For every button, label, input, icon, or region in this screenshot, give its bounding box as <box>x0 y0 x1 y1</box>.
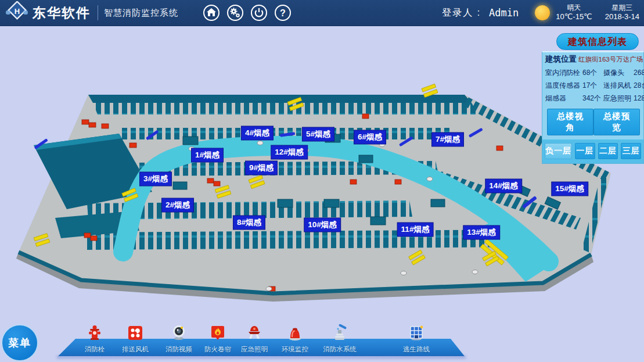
sensor-label-8[interactable]: 8#烟感 <box>233 216 265 230</box>
water-pipe-icon <box>331 324 348 342</box>
building-stats: 室内消防栓 68个 摄像头 268个 温度传感器 17个 送排风机 28台 烟感… <box>545 68 641 103</box>
toolbar-item-label: 消防视频 <box>166 345 192 354</box>
stat-label: 烟感器 <box>545 94 566 103</box>
settings-button[interactable] <box>226 4 244 21</box>
power-button[interactable] <box>250 4 268 21</box>
stat-label: 室内消防栓 <box>545 68 580 78</box>
toolbar-item-fire-camera[interactable]: 消防视频 <box>161 324 197 354</box>
stat-value: 68个 <box>582 68 597 78</box>
toolbar-item-escape-route[interactable]: 逃生路线 <box>398 324 434 354</box>
date-block: 星期三 2018-3-14 <box>605 3 639 21</box>
weather-temp: 10℃-15℃ <box>556 12 592 21</box>
weekday: 星期三 <box>611 3 632 12</box>
location-label: 建筑位置 <box>545 54 577 64</box>
stat-label: 摄像头 <box>603 68 624 78</box>
floor-button-f2[interactable]: 二层 <box>598 143 618 159</box>
help-button[interactable]: ? <box>274 4 292 21</box>
sensor-label-15[interactable]: 15#烟感 <box>552 182 588 196</box>
toolbar-item-label: 逃生路线 <box>403 345 430 354</box>
floor-button-f1[interactable]: 一层 <box>575 143 595 159</box>
brand-block: H 东华软件 智慧消防监控系统 <box>5 1 178 24</box>
toolbar-item-label: 排送风机 <box>122 345 149 354</box>
toolbar-item-label: 应急照明 <box>241 345 268 354</box>
toolbar-item-fire-shutter[interactable]: 防火卷帘 <box>200 324 236 354</box>
svg-text:?: ? <box>280 8 286 18</box>
sensor-label-14[interactable]: 14#烟感 <box>485 180 521 193</box>
donghua-logo-icon: H <box>5 1 29 24</box>
sensor-label-7[interactable]: 7#烟感 <box>432 133 463 146</box>
brand-divider <box>98 5 98 20</box>
login-label: 登录人 : <box>442 7 481 19</box>
home-icon <box>203 4 220 21</box>
whole-building-preview-button[interactable]: 总楼预览 <box>593 109 640 135</box>
toolbar-item-environment-monitor[interactable]: 环境监控 <box>277 324 313 354</box>
stat-value: 28台 <box>634 81 644 91</box>
toolbar-item-fire-water-system[interactable]: 消防水系统 <box>322 324 358 354</box>
whole-building-view-button[interactable]: 总楼视角 <box>547 109 593 135</box>
toolbar-shadow <box>57 356 466 359</box>
menu-button[interactable]: 菜单 <box>1 324 38 361</box>
toolbar-item-label: 消防栓 <box>85 345 105 354</box>
toolbar-item-label: 防火卷帘 <box>204 345 231 354</box>
emergency-light-icon <box>246 324 263 342</box>
floor-button-f3[interactable]: 三层 <box>621 143 641 159</box>
sensor-label-4[interactable]: 4#烟感 <box>242 127 273 140</box>
sensor-label-13[interactable]: 13#烟感 <box>463 226 499 239</box>
weather-block: 晴天 10℃-15℃ <box>556 3 592 21</box>
stat-value: 128个 <box>634 94 644 103</box>
power-icon <box>250 4 268 21</box>
stat-label: 温度传感器 <box>545 81 580 91</box>
sensor-label-3[interactable]: 3#烟感 <box>140 173 171 186</box>
stat-value: 17个 <box>582 81 597 91</box>
building-info-box: 建筑位置 红旗街163号万达广场 室内消防栓 68个 摄像头 268个 温度传感… <box>542 52 643 105</box>
stat-value: 268个 <box>634 68 644 78</box>
gear-icon <box>226 4 244 21</box>
weather-desc: 晴天 <box>567 3 581 12</box>
sun-icon <box>534 4 551 21</box>
toolbar-item-label: 环境监控 <box>282 345 308 354</box>
svg-text:H: H <box>15 7 20 16</box>
home-button[interactable] <box>203 4 220 21</box>
sensor-label-12[interactable]: 12#烟感 <box>271 146 307 159</box>
app-header: H 东华软件 智慧消防监控系统 <box>0 0 644 26</box>
escape-route-icon <box>408 324 425 342</box>
view-buttons-row: 总楼视角 总楼预览 <box>542 105 643 139</box>
toolbar-item-exhaust-fan[interactable]: 排送风机 <box>117 324 153 354</box>
sensor-label-9[interactable]: 9#烟感 <box>246 162 277 175</box>
header-nav: ? <box>203 4 292 21</box>
question-icon: ? <box>274 4 292 21</box>
camera-icon <box>170 324 188 342</box>
toolbar-item-fire-hydrant[interactable]: 消防栓 <box>77 324 113 354</box>
building-info-list-button[interactable]: 建筑信息列表 <box>556 33 639 50</box>
toolbar-item-label: 消防水系统 <box>323 345 357 354</box>
sensor-label-11[interactable]: 11#烟感 <box>398 223 433 236</box>
building-info-panel: 建筑位置 红旗街163号万达广场 室内消防栓 68个 摄像头 268个 温度传感… <box>542 51 644 164</box>
page-title: 智慧消防监控系统 <box>104 8 178 19</box>
sensor-label-6[interactable]: 6#烟感 <box>354 131 386 144</box>
date: 2018-3-14 <box>605 12 639 21</box>
stat-label: 应急照明 <box>603 94 631 103</box>
login-user: Admin <box>489 7 519 19</box>
sensor-label-1[interactable]: 1#烟感 <box>192 149 223 162</box>
sensor-label-2[interactable]: 2#烟感 <box>162 199 193 212</box>
sensor-label-10[interactable]: 10#烟感 <box>304 218 340 232</box>
stat-value: 342个 <box>582 94 601 103</box>
brand-name: 东华软件 <box>33 4 91 22</box>
sensor-label-5[interactable]: 5#烟感 <box>303 128 334 141</box>
toolbar-item-emergency-light[interactable]: 应急照明 <box>236 324 272 354</box>
fire-shutter-icon <box>209 324 226 342</box>
app-stage: H 东华软件 智慧消防监控系统 <box>0 0 644 362</box>
fire-hydrant-icon <box>86 324 103 342</box>
alarm-beacon-icon <box>286 324 304 342</box>
location-value: 红旗街163号万达广场 <box>578 55 643 64</box>
floor-button-b1[interactable]: 负一层 <box>545 143 572 159</box>
stat-label: 送排风机 <box>603 81 631 91</box>
floor-selector: 负一层 一层 二层 三层 <box>542 139 643 163</box>
exhaust-fan-icon <box>127 324 144 342</box>
user-area: 登录人 : Admin 晴天 10℃-15℃ 星期三 2018-3-14 <box>442 3 639 21</box>
